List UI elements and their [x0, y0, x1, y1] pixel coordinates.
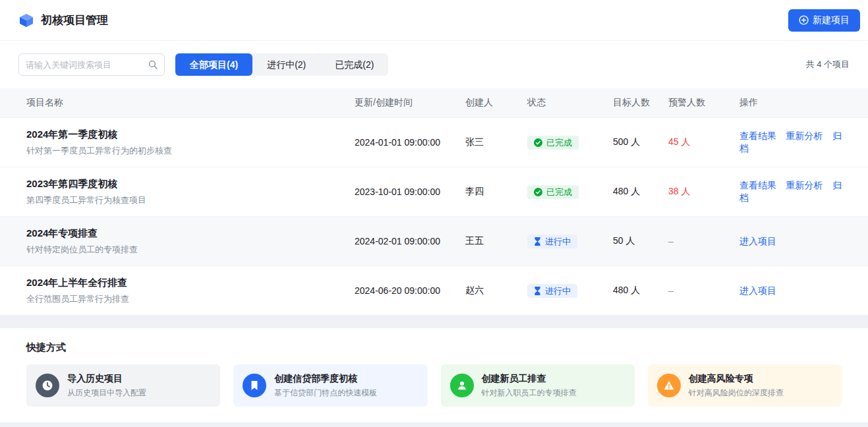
time-cell: 2024-01-01 09:00:00: [355, 137, 465, 148]
status-label: 进行中: [545, 287, 571, 295]
view-results-link[interactable]: 查看结果: [739, 130, 776, 141]
page: 初核项目管理 新建项目: [0, 0, 868, 427]
shortcut-text: 创建高风险专项 针对高风险岗位的深度排查: [689, 373, 784, 399]
projects-panel: 初核项目管理 新建项目: [0, 0, 868, 315]
shortcut-subtitle: 针对高风险岗位的深度排查: [689, 387, 784, 399]
time-cell: 2023-10-01 09:00:00: [355, 186, 465, 197]
shortcut-text: 创建信贷部季度初核 基于信贷部门特点的快速模板: [274, 373, 377, 399]
warning-cell: –: [668, 236, 739, 246]
creator-cell: 王五: [465, 235, 527, 247]
project-name-cell: 2024年第一季度初核 针对第一季度员工异常行为的初步核查: [26, 128, 355, 157]
warning-cell: –: [668, 285, 739, 296]
hourglass-icon: [534, 237, 541, 246]
shortcut-text: 导入历史项目 从历史项目中导入配置: [67, 373, 146, 399]
table-row: 2024年第一季度初核 针对第一季度员工异常行为的初步核查 2024-01-01…: [0, 117, 868, 167]
target-cell: 50 人: [613, 235, 668, 247]
actions-cell: 进入项目: [739, 285, 842, 297]
actions-cell: 查看结果 重新分析 归档: [739, 179, 842, 204]
actions-cell: 进入项目: [739, 235, 842, 248]
project-title: 2024年上半年全行排查: [26, 277, 355, 289]
shortcut-subtitle: 针对新入职员工的专项排查: [482, 387, 577, 399]
search-icon[interactable]: [148, 60, 158, 69]
project-title: 2024年专项排查: [26, 227, 355, 240]
tab-completed[interactable]: 已完成(2): [320, 53, 388, 76]
cube-logo-icon: [18, 13, 34, 28]
status-cell: 已完成: [527, 136, 613, 150]
status-label: 进行中: [545, 237, 571, 246]
project-description: 针对特定岗位员工的专项排查: [26, 244, 355, 256]
shortcut-cards: 导入历史项目 从历史项目中导入配置 创建信贷部季度初核 基于信贷部门特点的快速模…: [26, 364, 842, 407]
total-count: 共 4 个项目: [806, 59, 850, 71]
enter-project-link[interactable]: 进入项目: [739, 285, 776, 296]
status-badge: 已完成: [527, 185, 579, 199]
clock-icon: [36, 374, 59, 397]
tab-in-progress[interactable]: 进行中(2): [252, 53, 320, 76]
status-badge: 进行中: [527, 235, 577, 248]
time-cell: 2024-02-01 09:00:00: [355, 236, 465, 246]
check-circle-icon: [534, 138, 542, 147]
creator-cell: 张三: [465, 136, 527, 148]
view-results-link[interactable]: 查看结果: [739, 180, 776, 190]
shortcut-import-history[interactable]: 导入历史项目 从历史项目中导入配置: [26, 364, 220, 407]
search-input[interactable]: [26, 60, 148, 70]
shortcut-title: 创建高风险专项: [689, 373, 784, 385]
status-badge: 进行中: [527, 284, 577, 298]
page-header: 初核项目管理 新建项目: [0, 0, 868, 41]
target-cell: 480 人: [613, 285, 668, 297]
status-cell: 已完成: [527, 185, 613, 199]
project-description: 第四季度员工异常行为核查项目: [26, 194, 355, 206]
shortcuts-title: 快捷方式: [26, 341, 842, 354]
project-title: 2024年第一季度初核: [26, 128, 355, 141]
project-description: 全行范围员工异常行为排查: [26, 293, 355, 305]
target-cell: 500 人: [613, 136, 668, 148]
enter-project-link[interactable]: 进入项目: [739, 236, 776, 246]
toolbar: 全部项目(4) 进行中(2) 已完成(2) 共 4 个项目: [0, 41, 868, 88]
project-title: 2023年第四季度初核: [26, 178, 355, 190]
warning-icon: [657, 374, 681, 397]
time-cell: 2024-06-20 09:00:00: [355, 285, 465, 296]
plus-circle-icon: [799, 15, 809, 25]
shortcut-title: 导入历史项目: [67, 373, 146, 385]
page-title: 初核项目管理: [41, 13, 108, 28]
status-cell: 进行中: [527, 235, 613, 248]
user-icon: [450, 374, 474, 397]
reanalyze-link[interactable]: 重新分析: [786, 180, 823, 190]
project-name-cell: 2023年第四季度初核 第四季度员工异常行为核查项目: [26, 178, 355, 206]
table-header: 项目名称 更新/创建时间 创建人 状态 目标人数 预警人数 操作: [0, 88, 868, 117]
col-target: 目标人数: [613, 97, 668, 109]
reanalyze-link[interactable]: 重新分析: [786, 130, 823, 141]
table-row: 2024年上半年全行排查 全行范围员工异常行为排查 2024-06-20 09:…: [0, 266, 868, 315]
col-project-name: 项目名称: [26, 97, 355, 109]
table-row: 2024年专项排查 针对特定岗位员工的专项排查 2024-02-01 09:00…: [0, 216, 868, 266]
col-warning: 预警人数: [668, 97, 739, 109]
filter-tabs: 全部项目(4) 进行中(2) 已完成(2): [175, 53, 388, 76]
shortcut-subtitle: 从历史项目中导入配置: [67, 387, 146, 399]
bookmark-icon: [243, 374, 266, 397]
shortcut-credit-dept-review[interactable]: 创建信贷部季度初核 基于信贷部门特点的快速模板: [233, 364, 427, 407]
project-name-cell: 2024年专项排查 针对特定岗位员工的专项排查: [26, 227, 355, 256]
project-description: 针对第一季度员工异常行为的初步核查: [26, 145, 355, 157]
shortcuts-panel: 快捷方式 导入历史项目 从历史项目中导入配置: [0, 328, 868, 422]
new-project-button[interactable]: 新建项目: [788, 9, 860, 32]
col-creator: 创建人: [465, 97, 527, 109]
creator-cell: 李四: [465, 186, 527, 198]
table-row: 2023年第四季度初核 第四季度员工异常行为核查项目 2023-10-01 09…: [0, 167, 868, 216]
shortcut-new-employee-check[interactable]: 创建新员工排查 针对新入职员工的专项排查: [441, 364, 635, 407]
check-circle-icon: [534, 188, 542, 196]
shortcut-text: 创建新员工排查 针对新入职员工的专项排查: [482, 373, 577, 399]
shortcut-high-risk-special[interactable]: 创建高风险专项 针对高风险岗位的深度排查: [648, 364, 842, 407]
status-badge: 已完成: [527, 136, 579, 150]
warning-cell: 38 人: [668, 186, 739, 198]
warning-cell: 45 人: [668, 136, 739, 148]
new-project-label: 新建项目: [813, 14, 850, 26]
status-cell: 进行中: [527, 284, 613, 298]
search-box[interactable]: [18, 53, 165, 76]
status-label: 已完成: [546, 138, 572, 147]
tab-all-projects[interactable]: 全部项目(4): [175, 53, 252, 76]
col-actions: 操作: [739, 97, 842, 109]
col-time: 更新/创建时间: [355, 97, 465, 109]
actions-cell: 查看结果 重新分析 归档: [739, 130, 842, 155]
target-cell: 480 人: [613, 186, 668, 198]
shortcut-title: 创建信贷部季度初核: [274, 373, 377, 385]
status-label: 已完成: [546, 188, 572, 196]
